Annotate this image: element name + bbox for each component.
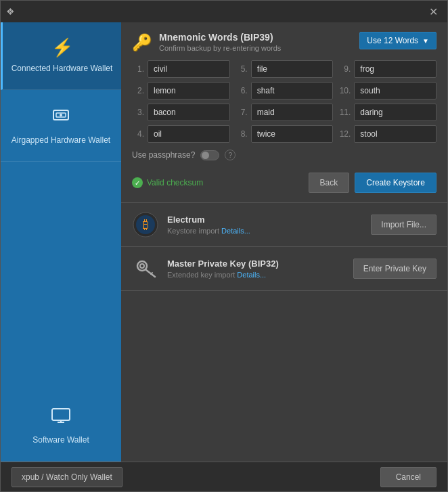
word-column-2: 5. 6. 7. 8. bbox=[236, 60, 334, 143]
word-row-8: 8. bbox=[236, 125, 334, 143]
checksum-icon: ✓ bbox=[132, 177, 143, 188]
help-icon[interactable]: ? bbox=[225, 150, 236, 160]
window: ❖ ✕ ⚡ Connected Hardware Wallet Airgappe… bbox=[0, 0, 448, 492]
word-row-11: 11. bbox=[338, 104, 436, 121]
word-input-12[interactable] bbox=[354, 125, 436, 143]
sidebar-item-connected-hardware[interactable]: ⚡ Connected Hardware Wallet bbox=[1, 22, 121, 90]
title-bar: ❖ ✕ bbox=[1, 1, 447, 22]
word-input-7[interactable] bbox=[251, 104, 334, 121]
content-area: 🔑 Mnemonic Words (BIP39) Confirm backup … bbox=[121, 22, 447, 462]
checksum-text: Valid checksum bbox=[147, 178, 203, 187]
word-num-5: 5. bbox=[236, 64, 248, 74]
word-input-1[interactable] bbox=[148, 60, 230, 78]
master-key-subtitle: Extended key import Details... bbox=[167, 271, 345, 279]
svg-text:₿: ₿ bbox=[143, 218, 149, 231]
word-num-9: 9. bbox=[338, 64, 351, 74]
mnemonic-title-area: 🔑 Mnemonic Words (BIP39) Confirm backup … bbox=[132, 32, 281, 52]
master-key-info: Master Private Key (BIP32) Extended key … bbox=[167, 259, 345, 279]
word-row-7: 7. bbox=[236, 104, 334, 121]
word-grid: 1. 2. 3. 4. bbox=[132, 60, 436, 143]
mnemonic-subtitle: Confirm backup by re-entering words bbox=[159, 44, 281, 52]
create-keystore-button[interactable]: Create Keystore bbox=[355, 173, 436, 193]
sidebar-item-airgapped-label: Airgapped Hardware Wallet bbox=[12, 135, 110, 146]
app-icon: ❖ bbox=[6, 6, 15, 17]
bottom-bar: xpub / Watch Only Wallet Cancel bbox=[1, 462, 447, 491]
word-num-2: 2. bbox=[132, 86, 144, 95]
master-key-title: Master Private Key (BIP32) bbox=[167, 259, 345, 269]
word-input-11[interactable] bbox=[354, 104, 436, 121]
usb-icon: ⚡ bbox=[51, 37, 73, 58]
master-key-section: Master Private Key (BIP32) Extended key … bbox=[121, 247, 447, 291]
toggle-knob bbox=[202, 152, 209, 159]
cancel-button[interactable]: Cancel bbox=[380, 467, 436, 487]
back-button[interactable]: Back bbox=[309, 173, 350, 193]
svg-line-11 bbox=[146, 270, 155, 277]
word-row-10: 10. bbox=[338, 82, 436, 99]
monitor-icon bbox=[51, 407, 71, 430]
word-row-3: 3. bbox=[132, 104, 230, 121]
word-num-12: 12. bbox=[338, 129, 351, 139]
word-num-4: 4. bbox=[132, 129, 144, 139]
word-num-3: 3. bbox=[132, 108, 144, 117]
word-input-9[interactable] bbox=[354, 60, 436, 78]
electrum-details-link[interactable]: Details... bbox=[221, 227, 250, 235]
word-input-5[interactable] bbox=[251, 60, 334, 78]
sidebar-item-airgapped-hardware[interactable]: Airgapped Hardware Wallet bbox=[1, 90, 121, 162]
chevron-down-icon: ▼ bbox=[422, 37, 429, 45]
word-count-label: Use 12 Words bbox=[367, 36, 418, 45]
word-row-12: 12. bbox=[338, 125, 436, 143]
word-num-8: 8. bbox=[236, 129, 248, 139]
word-row-6: 6. bbox=[236, 82, 334, 99]
electrum-info: Electrum Keystore import Details... bbox=[167, 215, 363, 235]
word-input-6[interactable] bbox=[251, 82, 334, 99]
close-button[interactable]: ✕ bbox=[425, 4, 442, 20]
sidebar-item-connected-hardware-label: Connected Hardware Wallet bbox=[12, 64, 113, 74]
word-num-11: 11. bbox=[338, 108, 351, 117]
svg-rect-3 bbox=[52, 409, 70, 420]
word-input-3[interactable] bbox=[148, 104, 230, 121]
word-input-10[interactable] bbox=[354, 82, 436, 99]
enter-private-key-button[interactable]: Enter Private Key bbox=[353, 259, 436, 279]
svg-point-9 bbox=[137, 261, 147, 271]
main-layout: ⚡ Connected Hardware Wallet Airgapped Ha… bbox=[1, 22, 447, 462]
mnemonic-section: 🔑 Mnemonic Words (BIP39) Confirm backup … bbox=[121, 22, 447, 203]
passphrase-toggle[interactable] bbox=[200, 150, 219, 160]
electrum-icon-container: ₿ bbox=[132, 211, 159, 238]
passphrase-row: Use passphrase? ? bbox=[132, 150, 436, 160]
electrum-subtitle: Keystore import Details... bbox=[167, 227, 363, 235]
word-num-7: 7. bbox=[236, 108, 248, 117]
word-column-3: 9. 10. 11. 12. bbox=[338, 60, 436, 143]
word-input-8[interactable] bbox=[251, 125, 334, 143]
mnemonic-buttons: Back Create Keystore bbox=[309, 173, 436, 193]
airgapped-icon bbox=[51, 105, 71, 130]
sidebar: ⚡ Connected Hardware Wallet Airgapped Ha… bbox=[1, 22, 121, 462]
sidebar-item-software-label: Software Wallet bbox=[32, 435, 89, 446]
master-key-icon bbox=[132, 255, 159, 282]
svg-point-10 bbox=[140, 264, 144, 268]
word-num-10: 10. bbox=[338, 86, 351, 95]
sidebar-item-software-wallet[interactable]: Software Wallet bbox=[1, 393, 121, 462]
word-row-9: 9. bbox=[338, 60, 436, 78]
word-row-2: 2. bbox=[132, 82, 230, 99]
key-icon: 🔑 bbox=[132, 33, 152, 52]
xpub-wallet-button[interactable]: xpub / Watch Only Wallet bbox=[12, 467, 122, 487]
mnemonic-header: 🔑 Mnemonic Words (BIP39) Confirm backup … bbox=[132, 32, 436, 52]
passphrase-label: Use passphrase? bbox=[132, 150, 195, 160]
electrum-section: ₿ Electrum Keystore import Details... Im… bbox=[121, 203, 447, 247]
word-row-1: 1. bbox=[132, 60, 230, 78]
svg-point-2 bbox=[60, 114, 62, 116]
word-input-2[interactable] bbox=[148, 82, 230, 99]
import-file-button[interactable]: Import File... bbox=[371, 215, 436, 235]
word-input-4[interactable] bbox=[148, 125, 230, 143]
word-num-6: 6. bbox=[236, 86, 248, 95]
mnemonic-title: Mnemonic Words (BIP39) bbox=[159, 32, 281, 43]
word-column-1: 1. 2. 3. 4. bbox=[132, 60, 230, 143]
master-key-details-link[interactable]: Details... bbox=[237, 271, 266, 279]
word-num-1: 1. bbox=[132, 64, 144, 74]
word-count-dropdown[interactable]: Use 12 Words ▼ bbox=[359, 32, 436, 49]
electrum-title: Electrum bbox=[167, 215, 363, 225]
word-row-5: 5. bbox=[236, 60, 334, 78]
svg-line-12 bbox=[151, 273, 152, 274]
word-row-4: 4. bbox=[132, 125, 230, 143]
checksum-valid: ✓ Valid checksum bbox=[132, 177, 203, 188]
